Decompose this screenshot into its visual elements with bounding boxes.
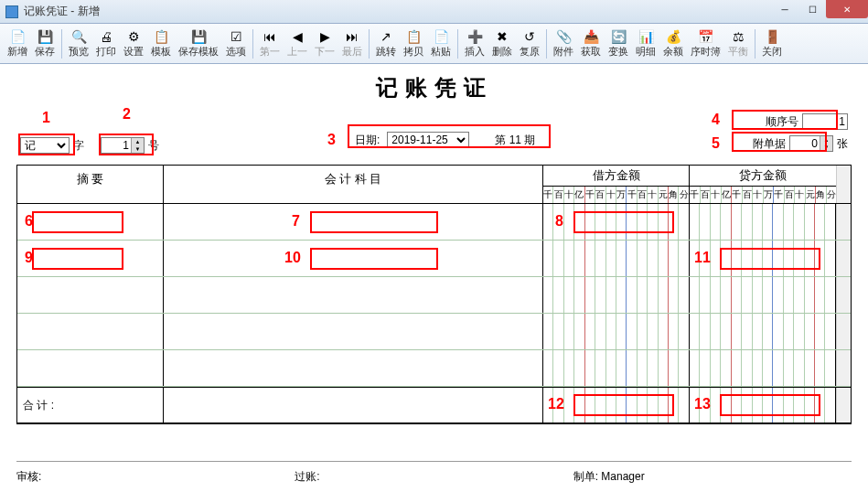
col-debit-header: 借方金额 <box>543 166 689 187</box>
上一-icon: ◀ <box>290 29 305 44</box>
credit-cell[interactable] <box>690 350 836 386</box>
credit-cell[interactable] <box>690 277 836 313</box>
toolbar-跳转[interactable]: ↗跳转 <box>372 27 400 60</box>
粘贴-icon: 📄 <box>434 29 448 44</box>
app-icon <box>5 5 18 18</box>
maker-value: Manager <box>601 470 644 483</box>
maximize-button[interactable]: ☐ <box>798 0 826 18</box>
debit-cell[interactable] <box>543 241 690 276</box>
第一-icon: ⏮ <box>263 29 277 44</box>
voucher-title: 记账凭证 <box>16 73 852 102</box>
close-button[interactable]: ✕ <box>826 0 868 18</box>
debit-cell[interactable] <box>543 314 690 349</box>
toolbar-选项[interactable]: ☑选项 <box>222 27 250 60</box>
最后-icon: ⏭ <box>345 29 359 44</box>
明细-icon: 📊 <box>638 29 653 44</box>
debit-cell[interactable] <box>543 277 690 313</box>
summary-cell[interactable] <box>17 314 164 349</box>
关闭-icon: 🚪 <box>765 29 779 44</box>
保存模板-icon: 💾 <box>191 29 206 44</box>
toolbar-获取[interactable]: 📥获取 <box>577 27 605 60</box>
table-row[interactable] <box>17 350 851 387</box>
subject-cell[interactable] <box>164 350 543 386</box>
window-titlebar: 记账凭证 - 新增 ─ ☐ ✕ <box>0 0 868 24</box>
toolbar-打印[interactable]: 🖨打印 <box>92 27 120 60</box>
toolbar-第一: ⏮第一 <box>256 27 284 60</box>
toolbar-保存[interactable]: 💾保存 <box>31 27 59 60</box>
attach-suffix-label: 张 <box>837 136 848 152</box>
复原-icon: ↺ <box>522 29 537 44</box>
debit-cell[interactable] <box>543 350 690 386</box>
toolbar-附件[interactable]: 📎附件 <box>550 27 577 60</box>
toolbar-明细[interactable]: 📊明细 <box>632 27 659 60</box>
设置-icon: ⚙ <box>126 29 141 44</box>
toolbar: 📄新增💾保存🔍预览🖨打印⚙设置📋模板💾保存模板☑选项⏮第一◀上一▶下一⏭最后↗跳… <box>0 24 868 64</box>
credit-cell[interactable] <box>690 314 836 349</box>
window-title: 记账凭证 - 新增 <box>24 4 100 19</box>
获取-icon: 📥 <box>584 29 598 44</box>
toolbar-插入[interactable]: ➕插入 <box>461 27 488 60</box>
col-credit-header: 贷方金额 <box>690 166 836 187</box>
插入-icon: ➕ <box>467 29 482 44</box>
summary-cell[interactable] <box>17 350 164 386</box>
toolbar-删除[interactable]: ✖删除 <box>488 27 516 60</box>
toolbar-变换[interactable]: 🔄变换 <box>605 27 632 60</box>
附件-icon: 📎 <box>556 29 571 44</box>
toolbar-保存模板[interactable]: 💾保存模板 <box>175 27 222 60</box>
maker-label: 制单: <box>573 470 598 483</box>
minimize-button[interactable]: ─ <box>771 0 798 18</box>
toolbar-下一: ▶下一 <box>311 27 338 60</box>
模板-icon: 📋 <box>154 29 168 44</box>
保存-icon: 💾 <box>38 29 52 44</box>
序时簿-icon: 📅 <box>699 29 713 44</box>
toolbar-序时簿[interactable]: 📅序时簿 <box>687 27 724 60</box>
拷贝-icon: 📋 <box>406 29 421 44</box>
col-subject-header: 会 计 科 目 <box>164 166 543 203</box>
toolbar-拷贝[interactable]: 📋拷贝 <box>400 27 427 60</box>
ledger-table: 摘 要 会 计 科 目 借方金额 千百十亿千百十万千百十元角分 贷方金额 千百十… <box>16 165 852 424</box>
table-row[interactable] <box>17 314 851 350</box>
toolbar-新增[interactable]: 📄新增 <box>4 27 31 60</box>
打印-icon: 🖨 <box>99 29 113 44</box>
toolbar-预览[interactable]: 🔍预览 <box>65 27 92 60</box>
post-label: 过账: <box>295 469 573 485</box>
toolbar-粘贴[interactable]: 📄粘贴 <box>427 27 455 60</box>
toolbar-关闭[interactable]: 🚪关闭 <box>758 27 786 60</box>
subject-cell[interactable] <box>164 277 543 313</box>
toolbar-模板[interactable]: 📋模板 <box>147 27 175 60</box>
新增-icon: 📄 <box>10 29 25 44</box>
credit-cell[interactable] <box>690 204 836 240</box>
total-label: 合 计 : <box>17 388 164 422</box>
变换-icon: 🔄 <box>611 29 626 44</box>
toolbar-上一: ◀上一 <box>284 27 311 60</box>
toolbar-余额[interactable]: 💰余额 <box>659 27 687 60</box>
平衡-icon: ⚖ <box>731 29 745 44</box>
toolbar-平衡: ⚖平衡 <box>724 27 752 60</box>
下一-icon: ▶ <box>317 29 332 44</box>
subject-cell[interactable] <box>164 314 543 349</box>
audit-label: 审核: <box>16 469 295 485</box>
toolbar-最后: ⏭最后 <box>338 27 366 60</box>
footer: 审核: 过账: 制单: Manager <box>16 461 852 492</box>
summary-cell[interactable] <box>17 277 164 313</box>
余额-icon: 💰 <box>666 29 680 44</box>
table-row[interactable] <box>17 277 851 314</box>
选项-icon: ☑ <box>229 29 243 44</box>
toolbar-设置[interactable]: ⚙设置 <box>120 27 147 60</box>
toolbar-复原[interactable]: ↺复原 <box>516 27 543 60</box>
预览-icon: 🔍 <box>71 29 86 44</box>
跳转-icon: ↗ <box>379 29 393 44</box>
col-summary-header: 摘 要 <box>17 166 164 203</box>
删除-icon: ✖ <box>495 29 509 44</box>
